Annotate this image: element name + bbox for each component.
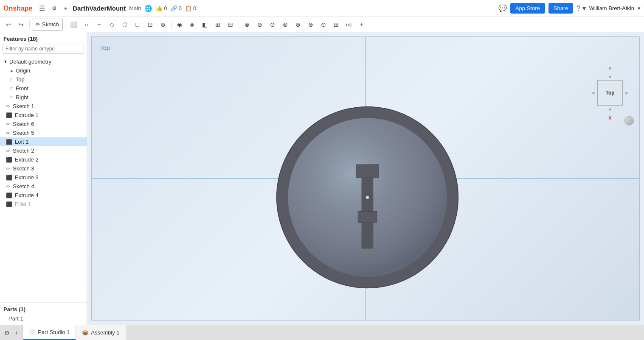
tool-mate[interactable]: ⊗ (241, 19, 253, 31)
feature-extrude2[interactable]: ⬛ Extrude 2 (0, 155, 87, 164)
svg-point-6 (366, 196, 369, 199)
cube-down-arrow[interactable]: ▼ (607, 106, 613, 113)
tool-render[interactable]: ⊞ (330, 19, 342, 31)
cube-left-arrow[interactable]: ◄ (590, 89, 596, 97)
navbar: Onshape ☰ ⚙ + DarthVaderMount Main 🌐 👍 0… (0, 0, 644, 17)
user-name[interactable]: William Brett-Atkin (589, 5, 634, 11)
tool-fillet[interactable]: ◉ (174, 19, 186, 31)
tab-settings-icon[interactable]: ⚙ (3, 329, 11, 337)
fillet1-icon: ⬛ (6, 201, 12, 207)
redo-button[interactable]: ↪ (15, 19, 27, 31)
assembly1-label: Assembly 1 (91, 329, 119, 336)
extrude1-label: Extrude 1 (15, 112, 39, 118)
feature-sketch6[interactable]: ✏ Sketch 6 (0, 120, 87, 128)
origin-label: Origin (16, 67, 31, 74)
comment-icon[interactable]: 💬 (498, 4, 507, 12)
sketch2-label: Sketch 2 (13, 148, 34, 154)
parts-header: Parts (1) (0, 304, 87, 314)
viewport[interactable]: Top (87, 32, 644, 325)
view-sphere-icon[interactable] (624, 116, 634, 125)
parts-section: Parts (1) Part 1 (0, 302, 87, 325)
likes-stat: 👍 0 (156, 5, 167, 11)
feature-top-plane[interactable]: □ Top (0, 75, 87, 84)
part-item-1[interactable]: Part 1 (0, 314, 87, 323)
part1-label: Part 1 (8, 315, 23, 322)
sketch1-icon: ✏ (6, 103, 10, 109)
tool-transform[interactable]: ⊚ (279, 19, 291, 31)
feature-right-plane[interactable]: □ Right (0, 93, 87, 102)
tool-shell[interactable]: ⊡ (144, 19, 156, 31)
tool-rib[interactable]: ⊞ (212, 19, 224, 31)
feature-sketch5[interactable]: ✏ Sketch 5 (0, 128, 87, 137)
cube-right-arrow[interactable]: ► (624, 89, 630, 97)
cube-face-top[interactable]: Top (597, 80, 623, 106)
tool-3dfit[interactable]: ⊜ (305, 19, 317, 31)
sketch3-label: Sketch 3 (13, 165, 34, 172)
top-plane-label: Top (16, 76, 25, 83)
tool-section[interactable]: ⊝ (318, 19, 329, 31)
share-button[interactable]: Share (548, 3, 574, 14)
separator-1 (29, 20, 30, 29)
default-geometry-group[interactable]: ▼ Default geometry (0, 57, 87, 66)
sketch-button[interactable]: ✏ Sketch (32, 19, 63, 31)
feature-front-plane[interactable]: □ Front (0, 84, 87, 93)
extrude4-icon: ⬛ (6, 192, 12, 198)
tool-variable[interactable]: (x) (343, 19, 355, 31)
tool-measure[interactable]: ⊛ (292, 19, 304, 31)
sidebar: Features (18) ▼ Default geometry ● Origi… (0, 32, 87, 325)
feature-sketch1[interactable]: ✏ Sketch 1 (0, 102, 87, 111)
feature-extrude3[interactable]: ⬛ Extrude 3 (0, 173, 87, 182)
view-cube: Y ▲ ◄ Top ► ▼ X (589, 66, 631, 117)
sketch6-icon: ✏ (6, 121, 10, 127)
tool-mirror[interactable]: ⊘ (254, 19, 266, 31)
tool-move[interactable]: ⊙ (267, 19, 278, 31)
tool-hole[interactable]: ⊕ (157, 19, 169, 31)
sketch1-label: Sketch 1 (13, 103, 34, 109)
pencil-icon: ✏ (36, 21, 40, 28)
feature-sketch2[interactable]: ✏ Sketch 2 (0, 146, 87, 155)
sketch4-label: Sketch 4 (13, 183, 34, 190)
links-stat: 🔗 0 (171, 5, 182, 11)
tool-pattern[interactable]: ⊟ (225, 19, 236, 31)
feature-origin[interactable]: ● Origin (0, 66, 87, 75)
loft1-icon: ⬛ (6, 139, 12, 145)
feature-sketch4[interactable]: ✏ Sketch 4 (0, 182, 87, 191)
feature-extrude4[interactable]: ⬛ Extrude 4 (0, 191, 87, 200)
tool-sweep[interactable]: ~ (93, 19, 105, 31)
extrude4-label: Extrude 4 (15, 192, 39, 198)
tool-chamfer[interactable]: ◈ (186, 19, 198, 31)
branch-name: Main (129, 5, 141, 11)
undo-button[interactable]: ↩ (3, 19, 14, 31)
tool-revolve[interactable]: ○ (81, 19, 93, 31)
help-button[interactable]: ? ▾ (577, 4, 585, 12)
group-arrow-icon: ▼ (3, 59, 8, 64)
onshape-logo[interactable]: Onshape (3, 5, 32, 12)
filter-icon[interactable]: ⚙ (50, 4, 59, 12)
tab-add-icon[interactable]: + (13, 329, 20, 337)
feature-loft1[interactable]: ⬛ Loft 1 (0, 137, 87, 146)
tool-draft[interactable]: ◧ (199, 19, 211, 31)
menu-icon[interactable]: ☰ (37, 3, 47, 13)
globe-icon[interactable]: 🌐 (144, 5, 152, 12)
tab-assembly1[interactable]: 📦 Assembly 1 (76, 325, 126, 340)
part-studio-icon: 📄 (29, 329, 35, 335)
cube-up-arrow[interactable]: ▲ (607, 73, 613, 79)
tab-part-studio[interactable]: 📄 Part Studio 1 (23, 325, 76, 340)
app-store-button[interactable]: App Store (510, 3, 545, 14)
front-plane-icon: □ (10, 86, 13, 91)
tool-extrude[interactable]: ⬜ (67, 19, 80, 31)
feature-fillet1[interactable]: ⬛ Fillet 1 (0, 200, 87, 209)
tool-plus[interactable]: + (356, 19, 368, 31)
sketch4-icon: ✏ (6, 184, 10, 190)
feature-sketch3[interactable]: ✏ Sketch 3 (0, 164, 87, 173)
tool-boolean[interactable]: □ (132, 19, 143, 31)
tool-offset[interactable]: ⬡ (119, 19, 131, 31)
part-3d-view (92, 37, 639, 320)
tool-loft[interactable]: ◇ (106, 19, 118, 31)
right-plane-label: Right (16, 94, 28, 100)
add-icon[interactable]: + (62, 4, 69, 13)
feature-search-input[interactable] (3, 44, 84, 54)
origin-icon: ● (10, 68, 13, 73)
user-chevron-icon[interactable]: ▾ (638, 5, 641, 11)
feature-extrude1[interactable]: ⬛ Extrude 1 (0, 111, 87, 120)
